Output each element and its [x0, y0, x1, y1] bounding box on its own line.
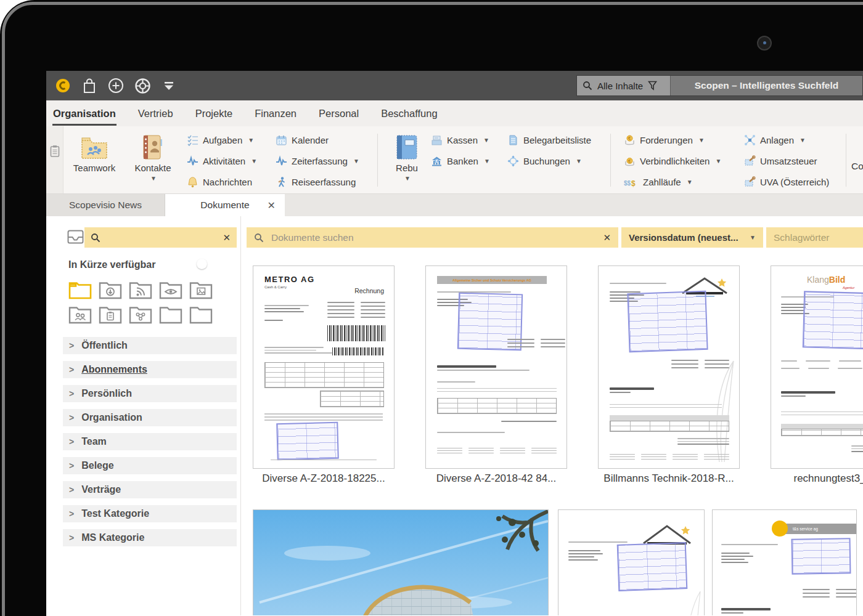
document-thumbnail[interactable]: KlangBild Agentur	[771, 265, 863, 469]
sidebar-category-ms-kategorie[interactable]: >MS Kategorie	[63, 529, 237, 546]
ribbon-separator	[377, 134, 378, 187]
document-card-3[interactable]: Billmanns Technik-2018-R...	[598, 265, 740, 485]
tab-scopevisio-news[interactable]: Scopevisio News	[46, 194, 165, 216]
document-card-2[interactable]: Allgemeine Sicher und Schutz Versicherun…	[425, 265, 567, 485]
sidebar-category-oeffentlich[interactable]: >Öffentlich	[63, 337, 237, 354]
ribbon-buchungen-button[interactable]: Buchungen▼	[507, 155, 591, 168]
document-thumbnail[interactable]: Allgemeine Sicher und Schutz Versicherun…	[425, 265, 567, 469]
document-label[interactable]: Billmanns Technik-2018-R...	[598, 472, 740, 485]
menu-organisation[interactable]: Organisation	[52, 107, 117, 121]
ribbon-verbindlichkeiten-button[interactable]: € Verbindlichkeiten▼	[624, 155, 721, 168]
rebu-label: Rebu	[396, 163, 418, 173]
ribbon-uva-button[interactable]: UVA (Österreich)	[744, 176, 829, 188]
photo-thumbnail[interactable]	[253, 509, 549, 615]
dropdown-arrow-icon: ▼	[750, 234, 756, 241]
ribbon-banken-button[interactable]: € Banken▼	[431, 155, 490, 168]
menu-projekte[interactable]: Projekte	[195, 107, 234, 121]
search-scope-selector[interactable]: Alle Inhalte	[577, 76, 671, 95]
ribbon-kalender-button[interactable]: Kalender	[276, 134, 359, 147]
time-pulse-icon	[276, 155, 287, 167]
folder-people-icon[interactable]	[68, 305, 92, 325]
sidebar-category-belege[interactable]: >Belege	[63, 457, 237, 474]
menu-beschaffung[interactable]: Beschaffung	[380, 107, 438, 121]
sidebar-category-test-kategorie[interactable]: >Test Kategorie	[63, 505, 237, 522]
folder-empty-icon[interactable]	[189, 305, 213, 325]
ribbon-kontakte-button[interactable]: Kontakte ▼	[125, 132, 181, 182]
document-thumbnail[interactable]: t&s service ag	[712, 509, 857, 615]
doc-table	[264, 362, 384, 388]
ribbon-kassen-button[interactable]: Kassen▼	[431, 134, 490, 147]
sidebar-category-abonnements[interactable]: >Abonnements	[63, 361, 237, 378]
clear-search-icon[interactable]: ✕	[223, 232, 231, 243]
teamwork-folder-icon	[80, 132, 108, 161]
ribbon-group-receivables: € Forderungen▼ € Verbindlichkeiten▼ $$$ …	[624, 134, 721, 188]
ribbon-collapse-strip[interactable]	[46, 126, 63, 194]
document-card-1[interactable]: METRO AG Cash & Carry Rechnung	[253, 265, 395, 485]
document-card-7[interactable]: t&s service ag	[712, 509, 857, 615]
keywords-placeholder: Schlagwörter	[774, 232, 829, 243]
document-card-6[interactable]	[558, 509, 705, 615]
ribbon-cutoff-label[interactable]: Co	[851, 161, 863, 172]
document-label[interactable]: Diverse A-Z-2018-42 84...	[425, 472, 567, 485]
ribbon-zahllaeufe-button[interactable]: $$$ Zahlläufe▼	[624, 176, 721, 188]
add-circle-icon[interactable]	[107, 77, 125, 94]
folder-orgchart-icon[interactable]	[129, 305, 152, 325]
approval-stamp	[276, 422, 339, 461]
document-thumbnail[interactable]: METRO AG Cash & Carry Rechnung	[253, 265, 395, 469]
document-label[interactable]: Diverse A-Z-2018-18225...	[253, 472, 395, 485]
documents-search-input[interactable]: Dokumente suchen ✕	[247, 227, 618, 248]
ribbon-aufgaben-button[interactable]: Aufgaben▼	[187, 134, 257, 147]
svg-text:$: $	[631, 179, 636, 188]
logo-circle-icon	[772, 521, 788, 537]
sidebar-category-team[interactable]: >Team	[63, 433, 237, 450]
menu-personal[interactable]: Personal	[318, 107, 359, 121]
folder-clipboard-icon[interactable]	[99, 305, 122, 325]
folder-rss-icon[interactable]	[129, 280, 152, 300]
sort-dropdown[interactable]: Versionsdatum (neuest... ▼	[621, 227, 763, 248]
help-ring-icon[interactable]	[134, 77, 151, 94]
bell-icon	[187, 176, 198, 188]
ribbon-umsatzsteuer-button[interactable]: Umsatzsteuer	[744, 155, 829, 168]
folder-active-icon[interactable]	[68, 280, 92, 300]
sidebar-search-input[interactable]: ✕	[84, 227, 237, 248]
dropdown-arrow-icon: ▼	[483, 137, 489, 144]
document-list-icon	[507, 134, 519, 146]
folder-download-icon[interactable]	[99, 280, 122, 300]
shop-bag-icon[interactable]	[81, 77, 98, 94]
chevron-right-icon: >	[69, 533, 74, 543]
scopen-input[interactable]: Scopen – Intelligentes Suchfeld	[671, 76, 862, 95]
ribbon-anlagen-button[interactable]: Anlagen▼	[744, 134, 829, 147]
inbox-icon[interactable]	[67, 230, 84, 247]
ribbon-forderungen-button[interactable]: € Forderungen▼	[624, 134, 721, 147]
ribbon-nachrichten-button[interactable]: Nachrichten	[187, 176, 257, 188]
sidebar-category-vertraege[interactable]: >Verträge	[63, 481, 237, 498]
clear-search-icon[interactable]: ✕	[603, 232, 611, 243]
close-tab-icon[interactable]: ✕	[268, 200, 276, 211]
tab-dokumente[interactable]: Dokumente ✕	[165, 194, 285, 216]
document-card-4[interactable]: KlangBild Agentur	[771, 265, 863, 485]
menu-finanzen[interactable]: Finanzen	[254, 107, 297, 121]
sidebar-category-organisation[interactable]: >Organisation	[63, 409, 237, 426]
keywords-input[interactable]: Schlagwörter	[766, 227, 863, 248]
ribbon-belegarbeitsliste-button[interactable]: Belegarbeitsliste	[507, 134, 591, 147]
ribbon-aktivitaeten-button[interactable]: Aktivitäten▼	[187, 155, 257, 168]
ribbon-reiseerfassung-button[interactable]: Reiseerfassung	[276, 176, 359, 188]
document-label[interactable]: rechnungtest3_1.p...	[771, 472, 863, 485]
doc-type: Rechnung	[354, 287, 384, 294]
ribbon-teamwork-button[interactable]: Teamwork	[66, 132, 123, 173]
folder-image-icon[interactable]	[189, 280, 213, 300]
document-card-5[interactable]	[253, 509, 549, 615]
folder-watch-icon[interactable]	[159, 280, 182, 300]
ribbon-rebu-button[interactable]: Rebu ▼	[378, 132, 435, 182]
folder-empty-icon[interactable]	[159, 305, 182, 325]
sidebar-category-persoenlich[interactable]: >Persönlich	[63, 385, 237, 402]
rebu-book-icon	[395, 132, 419, 161]
ribbon-zeiterfassung-button[interactable]: Zeiterfassung▼	[276, 155, 359, 168]
scopevisio-logo-icon[interactable]	[54, 77, 72, 94]
toolbar-dropdown-icon[interactable]	[160, 77, 178, 94]
menu-vertrieb[interactable]: Vertrieb	[137, 107, 174, 121]
document-thumbnail[interactable]	[558, 509, 705, 615]
document-thumbnail[interactable]	[598, 265, 740, 469]
calendar-icon	[276, 134, 287, 146]
chevron-right-icon: >	[69, 437, 74, 447]
